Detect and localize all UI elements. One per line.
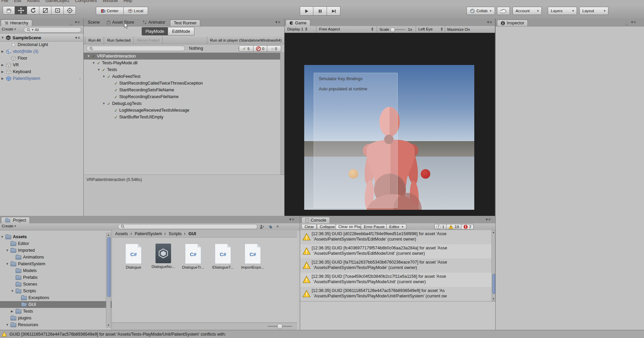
console-message[interactable]: [12:36:35] GUID [d0228eebba4f1784e9feed5… (300, 230, 492, 244)
test-search-input[interactable] (86, 46, 185, 51)
folder-row-scenes[interactable]: Scenes (0, 281, 111, 288)
cloud-button[interactable] (497, 7, 510, 15)
editmode-toggle-button[interactable]: EditMode (168, 27, 194, 36)
clear-on-play-toggle[interactable]: Clear on Play (335, 224, 365, 229)
test-tree-scrollbar[interactable] (280, 53, 284, 175)
passed-filter-button[interactable]: ✓ 5 (239, 45, 253, 52)
run-all-button[interactable]: Run All (85, 37, 104, 44)
failed-filter-button[interactable]: 0 (253, 45, 267, 52)
clear-button[interactable]: Clear (302, 224, 317, 229)
layout-dropdown[interactable]: Layout ▾ (579, 7, 608, 15)
expander-icon[interactable]: ▶ (1, 77, 6, 80)
test-row-audiofeedtest[interactable]: ▼✓AudioFeedTest (84, 73, 284, 80)
hierarchy-item-directional-light[interactable]: Directional Light (0, 41, 83, 48)
scroll-down-icon[interactable]: ▼ (492, 297, 495, 300)
rotate-tool-button[interactable] (27, 6, 39, 15)
aspect-dropdown[interactable]: Free Aspect (319, 27, 373, 31)
expander-icon[interactable]: ▼ (87, 54, 92, 58)
scrollbar-thumb[interactable] (281, 53, 284, 174)
folder-row-plugins[interactable]: plugins (0, 315, 111, 321)
run-selected-button[interactable]: Run Selected (104, 37, 134, 44)
rerun-failed-button[interactable]: Rerun Failed (134, 37, 163, 44)
search-by-label-icon[interactable] (268, 225, 273, 229)
project-create-button[interactable]: Create ▾ (2, 224, 16, 228)
expander-icon[interactable]: ▼ (102, 75, 107, 78)
folder-tree-scrollbar[interactable]: ▲ ▼ (106, 233, 111, 328)
scale-slider-knob[interactable] (390, 27, 395, 32)
expander-icon[interactable]: ▼ (1, 235, 5, 239)
hierarchy-item-patientsystem[interactable]: ▶ PatientSystem › (0, 75, 83, 82)
folder-row-tests[interactable]: ▶Tests (0, 308, 111, 315)
console-scrollbar[interactable]: ▲ ▼ (492, 230, 495, 301)
error-filter-button[interactable]: 2 (461, 224, 474, 229)
panel-menu-icon[interactable]: ▾≡ (487, 20, 493, 24)
folder-row-exceptions[interactable]: Exceptions (0, 294, 111, 301)
test-row-leaf[interactable]: ✓StartBufferTextUIEmpty (84, 114, 284, 120)
expander-icon[interactable]: ▼ (6, 323, 11, 326)
transform-tool-button[interactable] (64, 6, 76, 15)
test-row-leaf[interactable]: ✓StartRecordingCalledTwiceThrowsExceptio… (84, 80, 284, 87)
warning-filter-button[interactable]: 19 (446, 224, 461, 229)
expander-icon[interactable]: ▶ (1, 70, 6, 73)
test-row-dll[interactable]: ▼✓Tests-PlayMode.dll (84, 60, 284, 66)
hierarchy-item-vr[interactable]: ▶ VR (0, 62, 83, 68)
expander-icon[interactable]: ▼ (92, 61, 97, 65)
menu-edit[interactable]: Edit (14, 0, 21, 3)
scale-tool-button[interactable] (39, 6, 51, 15)
folder-row-gui[interactable]: GUI (0, 301, 111, 308)
thumbnail-zoom-slider-knob[interactable] (277, 324, 283, 329)
collapse-toggle[interactable]: Collapse (317, 224, 338, 229)
scene-menu-icon[interactable]: ▾≡ (75, 36, 81, 40)
breadcrumb-patientsystem[interactable]: PatientSystem (135, 231, 162, 236)
expander-icon[interactable]: ▼ (6, 262, 11, 266)
console-message[interactable]: [12:36:35] GUID [fa7f11a2637bb5343b67602… (300, 258, 492, 273)
scene-expander-icon[interactable]: ▼ (1, 36, 6, 39)
file-item-dialogue[interactable]: C# Dialogue (120, 244, 147, 269)
move-tool-button[interactable] (15, 6, 27, 15)
layers-dropdown[interactable]: Layers ▾ (548, 7, 577, 15)
file-item-dialogueno[interactable]: DialogueNo... (150, 244, 176, 269)
breadcrumb-assets[interactable]: Assets (115, 231, 128, 236)
pivot-toggle-button[interactable]: Center (96, 7, 124, 15)
file-item-importexpo[interactable]: C# ImportExpo... (240, 244, 266, 269)
hierarchy-item-floor[interactable]: Floor (0, 55, 83, 62)
account-dropdown[interactable]: Account ▾ (513, 7, 542, 15)
test-row-root[interactable]: ▼✓VRPatientInteraction (84, 53, 284, 60)
playmode-toggle-button[interactable]: PlayMode (142, 27, 168, 36)
collab-button[interactable]: Collab ▾ (466, 7, 495, 15)
file-item-idialoguet[interactable]: C# IDialogueT... (210, 244, 236, 269)
expander-icon[interactable]: ▼ (97, 68, 102, 71)
breadcrumb-scripts[interactable]: Scripts (169, 231, 182, 236)
test-row-tests[interactable]: ▼✓Tests (84, 66, 284, 73)
prefab-open-chevron-icon[interactable]: › (79, 76, 81, 81)
test-row-leaf[interactable]: ✓LogMessageReceivedTextIsMessage (84, 107, 284, 114)
menu-gameobject[interactable]: GameObject (45, 0, 69, 3)
tab-console[interactable]: Console (302, 217, 330, 223)
breadcrumb-gui[interactable]: GUI (188, 231, 196, 236)
scrollbar-thumb[interactable] (492, 274, 495, 294)
menu-assets[interactable]: Assets (27, 0, 40, 3)
skipped-filter-button[interactable]: ○ 0 (267, 45, 281, 52)
test-row-leaf[interactable]: ✓StopRecordingErasesFileName (84, 93, 284, 100)
space-toggle-button[interactable]: Local (124, 7, 148, 15)
menu-file[interactable]: File (1, 0, 8, 3)
test-row-leaf[interactable]: ✓StartRecordingSetsFileName (84, 87, 284, 93)
tab-asset-store[interactable]: Asset Store (105, 19, 136, 26)
tab-inspector[interactable]: Inspector (497, 20, 528, 26)
folder-row-prefabs[interactable]: Prefabs (0, 274, 111, 281)
tab-game[interactable]: Game (286, 20, 310, 26)
folder-row-imported[interactable]: ▼Imported (0, 247, 111, 254)
lock-icon[interactable] (625, 24, 628, 26)
file-item-dialoguetr[interactable]: C# DialogueTr... (180, 244, 206, 269)
menu-window[interactable]: Window (103, 0, 118, 3)
display-dropdown[interactable]: Display 1 (287, 27, 307, 31)
hand-tool-button[interactable] (3, 6, 15, 15)
menu-component[interactable]: Component (75, 0, 97, 3)
folder-row-resources[interactable]: ▼Resources (0, 321, 111, 328)
folder-row-editor[interactable]: Editor (0, 240, 111, 247)
panel-menu-icon[interactable]: ▾≡ (631, 20, 637, 24)
folder-row-animations[interactable]: Animations (0, 254, 111, 261)
expander-icon[interactable]: ▶ (1, 50, 6, 53)
scroll-up-icon[interactable]: ▲ (492, 231, 495, 234)
play-button[interactable] (300, 6, 313, 16)
